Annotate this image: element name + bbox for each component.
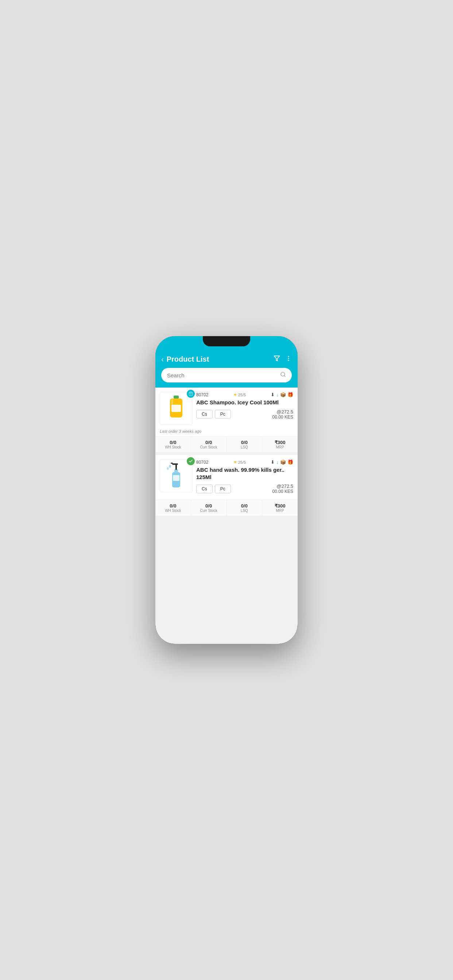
svg-rect-18	[173, 475, 179, 481]
product-info: 80702 ★ 25/5 ⬇ ↓ 📦 🎁	[196, 392, 293, 421]
search-input[interactable]	[167, 372, 277, 379]
rating-value: 25/5	[238, 393, 246, 397]
product-name: ABC Shampoo. Icey Cool 100Ml	[196, 399, 293, 406]
lsq-stat: 0/0 LSQ	[227, 500, 263, 515]
star-icon: ★	[233, 460, 237, 465]
price-value: 00.00 KES	[273, 415, 293, 420]
product-code: 80702	[196, 392, 208, 398]
product-card: 80702 ★ 25/5 ⬇ ↓ 📦 🎁	[155, 388, 298, 452]
product-top-row: 80702 ★ 25/5 ⬇ ↓ 📦 🎁	[196, 392, 293, 398]
svg-point-1	[288, 356, 289, 357]
product-info: 80702 ★ 25/5 ⬇ ↓ 📦 🎁	[196, 460, 293, 495]
curr-stock-value: 0/0	[193, 503, 225, 509]
arrow-down-icon[interactable]: ↓	[276, 392, 279, 398]
product-code: 80702	[196, 460, 208, 465]
mrp-stat: ₹300 MRP	[262, 437, 298, 452]
curr-stock-label: Curr Stock	[193, 509, 225, 512]
back-button[interactable]: ‹	[161, 355, 164, 363]
mrp-label: MRP	[264, 509, 296, 512]
gift-icon[interactable]: 🎁	[287, 460, 293, 465]
unit-buttons: Cs Pc	[196, 485, 231, 493]
svg-rect-15	[171, 463, 173, 464]
phone-frame: ‹ Product List	[155, 336, 298, 644]
product-image	[160, 460, 193, 492]
unit-pc-button[interactable]: Pc	[215, 485, 231, 493]
mrp-value: ₹300	[264, 440, 296, 445]
search-icon	[280, 372, 286, 379]
price-amount: 00.00	[273, 489, 283, 494]
product-image	[160, 392, 193, 425]
curr-stock-label: Curr Stock	[193, 445, 225, 449]
download-icon[interactable]: ⬇	[271, 460, 274, 465]
product-rating: ★ 25/5	[233, 460, 246, 465]
lsq-label: LSQ	[228, 445, 261, 449]
unit-buttons: Cs Pc	[196, 410, 231, 418]
wh-stock-label: WH Stock	[157, 509, 189, 512]
svg-rect-13	[175, 464, 177, 470]
product-unit-row: Cs Pc @272.5 00.00 KES	[196, 409, 293, 420]
svg-point-2	[288, 358, 289, 359]
notch	[203, 336, 250, 346]
box-icon[interactable]: 📦	[280, 460, 286, 465]
wh-stock-stat: 0/0 WH Stock	[155, 500, 191, 515]
unit-pc-button[interactable]: Pc	[215, 410, 231, 418]
product-main: 80702 ★ 25/5 ⬇ ↓ 📦 🎁	[155, 388, 298, 429]
price-label: @272.5	[273, 484, 293, 489]
svg-point-16	[169, 465, 171, 468]
product-main: 80702 ★ 25/5 ⬇ ↓ 📦 🎁	[155, 455, 298, 500]
unit-cs-button[interactable]: Cs	[196, 410, 213, 418]
last-order-text: Last order 3 weeks ago	[155, 429, 298, 436]
product-top-row: 80702 ★ 25/5 ⬇ ↓ 📦 🎁	[196, 460, 293, 465]
unit-cs-button[interactable]: Cs	[196, 485, 213, 493]
search-bar	[161, 368, 292, 382]
product-card: 80702 ★ 25/5 ⬇ ↓ 📦 🎁	[155, 455, 298, 515]
rating-value: 25/5	[238, 460, 246, 465]
gift-icon[interactable]: 🎁	[287, 392, 293, 398]
lsq-value: 0/0	[228, 503, 261, 509]
product-image-wrap	[160, 392, 193, 425]
product-name: ABC hand wash. 99.99% kills ger.. 125Ml	[196, 466, 293, 480]
box-icon[interactable]: 📦	[280, 392, 286, 398]
svg-point-3	[288, 360, 289, 361]
product-price: @272.5 00.00 KES	[273, 409, 293, 420]
svg-line-5	[284, 375, 285, 377]
header: ‹ Product List	[155, 352, 298, 368]
price-amount: 00.00	[273, 415, 283, 420]
product-stats: 0/0 WH Stock 0/0 Curr Stock 0/0 LSQ ₹300…	[155, 436, 298, 452]
price-currency: KES	[284, 489, 293, 494]
product-stats: 0/0 WH Stock 0/0 Curr Stock 0/0 LSQ ₹300…	[155, 500, 298, 515]
arrow-down-icon[interactable]: ↓	[276, 460, 279, 465]
more-icon[interactable]	[285, 355, 292, 363]
price-currency: KES	[284, 415, 293, 420]
phone-screen: ‹ Product List	[155, 336, 298, 644]
mrp-stat: ₹300 MRP	[262, 500, 298, 515]
mrp-value: ₹300	[264, 503, 296, 509]
search-container	[155, 368, 298, 388]
wh-stock-value: 0/0	[157, 440, 189, 445]
svg-rect-9	[171, 399, 173, 406]
svg-point-17	[167, 468, 169, 470]
svg-marker-0	[274, 356, 280, 361]
mrp-label: MRP	[264, 445, 296, 449]
product-action-icons: ⬇ ↓ 📦 🎁	[271, 392, 293, 398]
curr-stock-stat: 0/0 Curr Stock	[191, 437, 227, 452]
product-list: 80702 ★ 25/5 ⬇ ↓ 📦 🎁	[155, 388, 298, 519]
product-image-wrap	[160, 460, 193, 492]
curr-stock-value: 0/0	[193, 440, 225, 445]
header-left: ‹ Product List	[161, 355, 209, 363]
product-rating: ★ 25/5	[233, 392, 246, 397]
svg-rect-6	[174, 396, 179, 398]
wh-stock-label: WH Stock	[157, 445, 189, 449]
star-icon: ★	[233, 392, 237, 397]
product-price: @272.5 00.00 KES	[273, 484, 293, 494]
price-value: 00.00 KES	[273, 489, 293, 494]
filter-icon[interactable]	[274, 355, 280, 363]
wh-stock-value: 0/0	[157, 503, 189, 509]
download-icon[interactable]: ⬇	[271, 392, 274, 398]
product-action-icons: ⬇ ↓ 📦 🎁	[271, 460, 293, 465]
lsq-label: LSQ	[228, 509, 261, 512]
svg-rect-14	[172, 463, 178, 465]
price-label: @272.5	[273, 409, 293, 415]
product-unit-row: Cs Pc @272.5 00.00 KES	[196, 484, 293, 494]
page-title: Product List	[167, 355, 209, 363]
